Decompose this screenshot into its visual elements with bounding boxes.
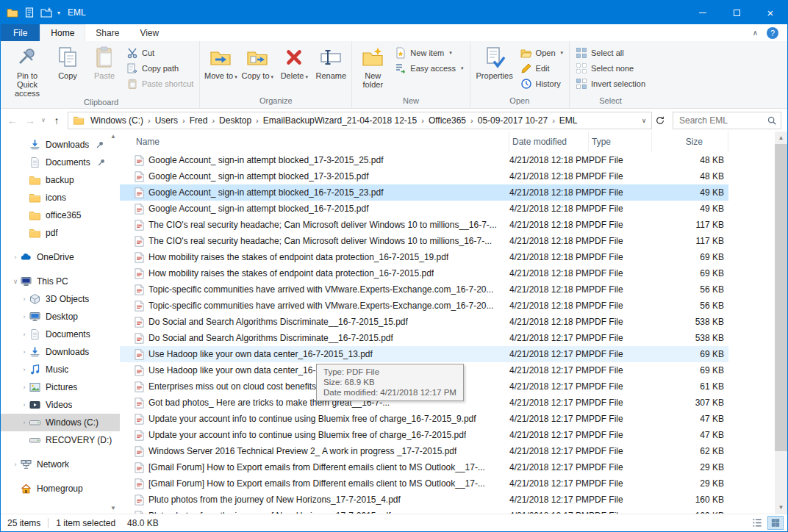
chevron-right-icon[interactable]: › — [20, 295, 29, 303]
file-row[interactable]: Pluto photos from the journey of New Hor… — [120, 492, 728, 508]
chevron-right-icon[interactable]: › — [20, 401, 29, 409]
scrollbar-thumb[interactable] — [775, 144, 787, 451]
sidebar-scroll-down-icon[interactable]: ▼ — [109, 505, 118, 512]
column-header-type[interactable]: Type — [589, 132, 652, 152]
cut-button[interactable]: Cut — [123, 45, 197, 60]
breadcrumb-segment[interactable]: Desktop — [215, 115, 255, 126]
file-row[interactable]: Google Account_ sign-in attempt blocked_… — [120, 168, 728, 184]
file-row[interactable]: Do Social and Search Algorithms Discrimi… — [120, 330, 728, 346]
sidebar-item-documents[interactable]: Documents — [1, 154, 120, 171]
select-all-button[interactable]: Select all — [572, 45, 649, 60]
select-none-button[interactable]: Select none — [572, 60, 649, 76]
vertical-scrollbar[interactable]: ▲ ▼ — [775, 132, 787, 514]
up-button[interactable]: ↑ — [48, 112, 65, 129]
column-header-date-modified[interactable]: Date modified — [509, 132, 589, 152]
chevron-right-icon[interactable]: › — [20, 366, 29, 373]
file-row[interactable]: Topic-specific communities have arrived … — [120, 298, 728, 314]
file-row[interactable]: Google Account_ sign-in attempt blocked_… — [120, 152, 728, 168]
sidebar-item-icons[interactable]: icons — [1, 189, 120, 206]
file-row[interactable]: How mobility raises the stakes of endpoi… — [120, 249, 728, 265]
sidebar-item-videos[interactable]: ›Videos — [1, 396, 120, 414]
sidebar-item-onedrive[interactable]: ›OneDrive — [1, 248, 120, 266]
chevron-down-icon[interactable]: ∨ — [11, 278, 20, 285]
scroll-up-icon[interactable]: ▲ — [775, 132, 787, 144]
easy-access-button[interactable]: Easy access▾ — [391, 60, 467, 76]
tab-share[interactable]: Share — [85, 24, 129, 41]
file-row[interactable]: Update your account info to continue usi… — [120, 411, 728, 427]
details-view-button[interactable] — [749, 516, 765, 530]
qat-properties-icon[interactable] — [24, 7, 35, 18]
sidebar-item-downloads[interactable]: Downloads — [1, 136, 120, 154]
chevron-right-icon[interactable]: › — [20, 384, 29, 391]
breadcrumb-segment[interactable]: Fred — [186, 115, 212, 126]
tab-file[interactable]: File — [1, 24, 40, 41]
file-row[interactable]: Pluto photos from the journey of New Hor… — [120, 508, 728, 514]
file-row[interactable]: Topic-specific communities have arrived … — [120, 281, 728, 298]
file-row[interactable]: Update your account info to continue usi… — [120, 427, 728, 443]
tab-view[interactable]: View — [129, 24, 169, 41]
sidebar-item-office365[interactable]: office365 — [1, 206, 120, 224]
copy-button[interactable]: Copy — [49, 43, 86, 98]
scrollbar-track[interactable] — [775, 144, 787, 501]
file-row[interactable]: [Gmail Forum] How to Export emails from … — [120, 475, 728, 492]
address-bar[interactable]: Windows (C:)›Users›Fred›Desktop›EmailBac… — [68, 112, 652, 129]
breadcrumb-segment[interactable]: Windows (C:) — [87, 115, 147, 126]
recent-locations-arrow-icon[interactable]: ∨ — [39, 117, 48, 123]
breadcrumb-segment[interactable]: Users — [151, 115, 182, 126]
file-row[interactable]: Google Account_ sign-in attempt blocked_… — [120, 184, 728, 201]
open-button[interactable]: Open▾ — [517, 45, 567, 60]
breadcrumb-segment[interactable]: EML — [556, 115, 581, 126]
sidebar-item-recovery-d[interactable]: RECOVERY (D:) — [1, 431, 120, 449]
move-to-button[interactable]: Move to▾ — [202, 43, 239, 96]
address-dropdown-icon[interactable]: ∨ — [637, 117, 651, 124]
maximize-button[interactable] — [720, 1, 753, 24]
qat-customize-arrow-icon[interactable]: ▾ — [57, 10, 60, 16]
properties-button[interactable]: Properties — [473, 43, 517, 96]
refresh-button[interactable] — [652, 112, 668, 129]
scroll-down-icon[interactable]: ▼ — [775, 501, 787, 514]
sidebar-item-this-pc[interactable]: ∨This PC — [1, 273, 120, 290]
breadcrumb-segment[interactable]: EmailBackupWizard_21-04-2018 12-15 — [259, 115, 420, 126]
sidebar-item-windows-c[interactable]: ›Windows (C:) — [1, 414, 120, 431]
new-folder-button[interactable]: New folder — [354, 43, 391, 96]
sidebar-scroll-up-icon[interactable]: ▲ — [109, 133, 118, 140]
file-row[interactable]: The CIO's real security headache; Can Mi… — [120, 233, 728, 249]
new-item-button[interactable]: New item▾ — [391, 45, 467, 60]
file-row[interactable]: Windows Server 2016 Technical Preview 2_… — [120, 443, 728, 459]
file-row[interactable]: Use Hadoop like your own data center_16-… — [120, 346, 728, 362]
chevron-right-icon[interactable]: › — [11, 254, 20, 261]
pin-to-quick-access-button[interactable]: Pin to Quick access — [5, 43, 49, 98]
minimize-button[interactable] — [686, 1, 720, 24]
help-icon[interactable]: ? — [767, 27, 778, 39]
file-row[interactable]: Google Account_ sign-in attempt blocked_… — [120, 201, 728, 217]
tab-home[interactable]: Home — [40, 24, 85, 41]
thumbnails-view-button[interactable] — [767, 516, 784, 530]
chevron-right-icon[interactable]: › — [11, 461, 20, 468]
search-input[interactable] — [679, 115, 767, 126]
copy-to-button[interactable]: Copy to▾ — [239, 43, 276, 96]
sidebar-item-backup[interactable]: backup — [1, 171, 120, 189]
search-box[interactable] — [673, 112, 781, 129]
sidebar-item-music[interactable]: ›Music — [1, 361, 120, 378]
invert-selection-button[interactable]: Invert selection — [572, 76, 649, 91]
sidebar-item-pictures[interactable]: ›Pictures — [1, 378, 120, 396]
copy-path-button[interactable]: Copy path — [123, 60, 197, 76]
sidebar-item-documents[interactable]: ›Documents — [1, 326, 120, 343]
close-button[interactable]: × — [753, 1, 787, 24]
breadcrumb-segment[interactable]: Office365 — [425, 115, 470, 126]
sidebar-item-pdf[interactable]: pdf — [1, 224, 120, 242]
chevron-right-icon[interactable]: › — [20, 419, 29, 426]
column-header-size[interactable]: Size — [652, 132, 728, 152]
history-button[interactable]: History — [517, 76, 567, 91]
chevron-right-icon[interactable]: › — [20, 313, 29, 320]
breadcrumb-segment[interactable]: 05-09-2017 10-27 — [474, 115, 551, 126]
paste-shortcut-button[interactable]: Paste shortcut — [123, 76, 197, 91]
file-row[interactable]: [Gmail Forum] How to Export emails from … — [120, 459, 728, 475]
sidebar-item-downloads[interactable]: ›Downloads — [1, 343, 120, 361]
file-row[interactable]: The CIO's real security headache; Can Mi… — [120, 217, 728, 233]
file-row[interactable]: How mobility raises the stakes of endpoi… — [120, 265, 728, 281]
collapse-ribbon-icon[interactable]: ∧ — [753, 29, 758, 37]
sidebar-item-desktop[interactable]: ›Desktop — [1, 308, 120, 326]
delete-button[interactable]: Delete▾ — [276, 43, 312, 96]
paste-button[interactable]: Paste — [86, 43, 123, 98]
